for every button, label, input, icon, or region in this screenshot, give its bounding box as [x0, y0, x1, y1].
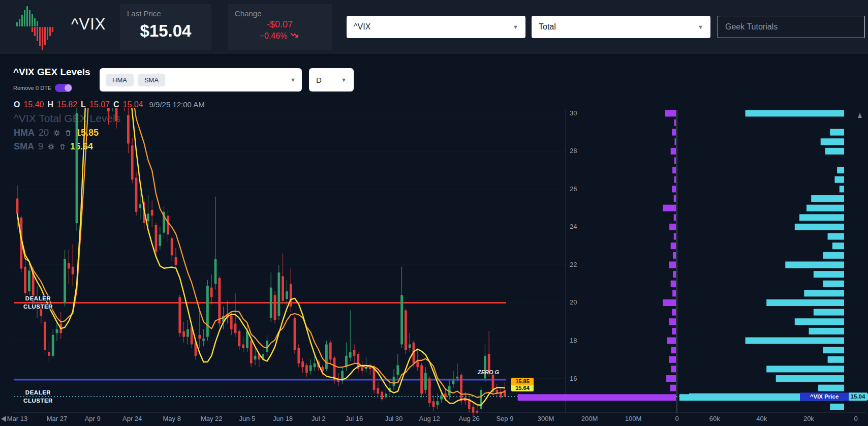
symbol-title: ^VIX	[71, 15, 106, 34]
change-percent-row: −0.46%	[235, 32, 325, 41]
watermark-input[interactable]	[718, 16, 865, 38]
svg-text:20k: 20k	[803, 415, 814, 422]
svg-text:Jun 18: Jun 18	[273, 415, 293, 422]
svg-text:Sep 9: Sep 9	[496, 415, 513, 422]
svg-text:30: 30	[570, 109, 577, 117]
change-card: Change -$0.07 −0.46%	[228, 4, 332, 50]
svg-text:28: 28	[570, 147, 577, 155]
chevron-down-icon: ▼	[698, 24, 703, 30]
svg-text:DEALER: DEALER	[25, 389, 51, 395]
change-percent: −0.46%	[260, 32, 288, 41]
svg-text:Mar 13: Mar 13	[7, 415, 27, 422]
svg-text:Jul 30: Jul 30	[385, 415, 403, 422]
last-price-card: Last Price $15.04	[120, 4, 211, 50]
svg-text:0: 0	[854, 415, 857, 422]
svg-text:^VIX Price: ^VIX Price	[810, 393, 839, 400]
toggle-knob	[65, 84, 72, 92]
svg-text:Jul 2: Jul 2	[312, 415, 325, 422]
svg-text:Aug 12: Aug 12	[419, 415, 440, 422]
svg-text:May 22: May 22	[201, 415, 223, 422]
last-price-value: $15.04	[127, 21, 204, 41]
svg-text:May 8: May 8	[163, 415, 180, 422]
remove-0dte-label: Remove 0 DTE	[13, 85, 51, 91]
svg-text:60k: 60k	[709, 415, 720, 422]
mode-select[interactable]: Total ▼	[532, 16, 710, 38]
svg-text:18: 18	[570, 337, 577, 344]
hma-line	[17, 105, 505, 405]
indicator-chip-hma[interactable]: HMA	[106, 74, 134, 86]
svg-text:Jul 16: Jul 16	[346, 415, 363, 422]
ohlc-l-label: L	[81, 100, 86, 109]
timeframe-value: D	[316, 76, 322, 84]
timeframe-select[interactable]: D ▼	[309, 68, 354, 92]
svg-text:26: 26	[570, 185, 577, 193]
gex-positive-bars	[679, 110, 868, 410]
ohlc-h-value: 15.82	[57, 100, 77, 109]
svg-text:0: 0	[675, 415, 678, 422]
svg-text:200M: 200M	[581, 415, 598, 422]
ohlc-o-label: O	[14, 100, 20, 109]
svg-text:Apr 24: Apr 24	[122, 415, 142, 422]
sma-line	[17, 105, 505, 398]
remove-0dte-row: Remove 0 DTE	[13, 84, 72, 92]
svg-text:DEALER: DEALER	[25, 295, 51, 301]
scroll-up-icon	[858, 113, 862, 118]
symbol-select-value: ^VIX	[354, 22, 370, 32]
svg-text:CLUSTER: CLUSTER	[23, 398, 53, 404]
chevron-down-icon: ▼	[290, 77, 296, 83]
header: ^VIX Last Price $15.04 Change -$0.07 −0.…	[0, 0, 868, 55]
chevron-down-icon: ▼	[513, 24, 518, 30]
svg-text:40k: 40k	[756, 415, 767, 422]
gex-negative-bars	[518, 110, 676, 401]
svg-text:15.04: 15.04	[851, 393, 865, 400]
ohlc-c-label: C	[113, 100, 119, 109]
svg-text:Jun 5: Jun 5	[239, 415, 255, 422]
svg-text:15.64: 15.64	[515, 385, 530, 391]
gex-chart[interactable]: 15.6415.85DEALERCLUSTERDEALERCLUSTERZERO…	[0, 105, 868, 426]
svg-text:22: 22	[570, 261, 577, 268]
app-logo-icon	[7, 3, 64, 53]
svg-text:Aug 26: Aug 26	[459, 415, 480, 422]
ohlc-o-value: 15.40	[23, 100, 44, 109]
last-price-label: Last Price	[127, 9, 204, 18]
trend-down-icon	[290, 32, 300, 41]
remove-0dte-toggle[interactable]	[55, 84, 72, 92]
svg-text:Mar 27: Mar 27	[47, 415, 67, 422]
indicator-chip-sma[interactable]: SMA	[138, 74, 165, 86]
ohlc-c-value: 15.04	[123, 100, 143, 109]
svg-text:300M: 300M	[538, 415, 554, 422]
ohlc-l-value: 15.07	[89, 100, 110, 109]
svg-text:16: 16	[570, 375, 577, 382]
svg-text:15.85: 15.85	[515, 378, 530, 384]
svg-text:20: 20	[570, 298, 577, 306]
svg-text:100M: 100M	[625, 415, 642, 422]
app-root: ^VIX Last Price $15.04 Change -$0.07 −0.…	[0, 0, 868, 426]
scroll-left-icon	[1, 416, 6, 422]
ohlc-datetime: 9/9/25 12:00 AM	[149, 100, 205, 109]
chevron-down-icon: ▼	[341, 77, 347, 83]
svg-text:24: 24	[570, 223, 577, 230]
svg-text:Apr 9: Apr 9	[85, 415, 101, 422]
change-amount: -$0.07	[235, 19, 325, 30]
page-title: ^VIX GEX Levels	[13, 67, 90, 78]
svg-text:ZERO G: ZERO G	[477, 369, 500, 375]
ohlc-h-label: H	[48, 100, 54, 109]
symbol-select[interactable]: ^VIX ▼	[347, 16, 525, 38]
svg-text:CLUSTER: CLUSTER	[23, 303, 53, 310]
indicator-multiselect[interactable]: HMA SMA ▼	[100, 68, 302, 92]
change-label: Change	[235, 9, 325, 18]
mode-select-value: Total	[539, 22, 556, 32]
ohlc-readout: O 15.40 H 15.82 L 15.07 C 15.04 9/9/25 1…	[14, 100, 205, 109]
